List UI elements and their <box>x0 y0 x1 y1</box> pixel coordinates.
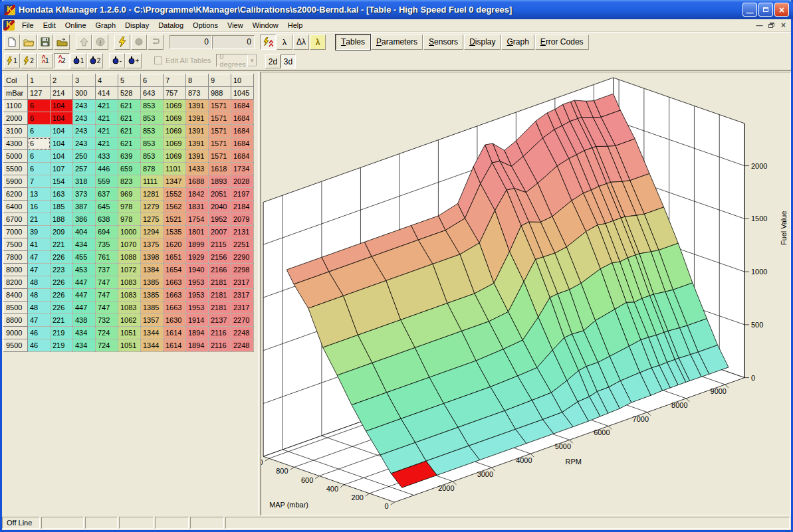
degrees-dropdown[interactable]: 0 degrees ▼ <box>216 54 257 67</box>
fuel-cell[interactable]: 659 <box>118 163 141 175</box>
fuel-cell[interactable]: 1344 <box>141 327 164 339</box>
upload-button[interactable] <box>76 35 92 50</box>
fuel-cell[interactable]: 1385 <box>141 302 164 314</box>
fuel-table-2-button[interactable]: 2 <box>21 53 37 68</box>
fuel-cell[interactable]: 2181 <box>209 289 231 302</box>
fuel-cell[interactable]: 1688 <box>186 175 209 188</box>
fuel-cell[interactable]: 421 <box>96 100 118 112</box>
view-parameters-button[interactable]: Parameters <box>371 35 423 50</box>
column-header[interactable]: 9 <box>209 74 231 87</box>
fuel-cell[interactable]: 747 <box>96 289 118 302</box>
cam-table-2-button[interactable]: ^^2 <box>54 53 70 68</box>
fuel-cell[interactable]: 1083 <box>118 289 141 302</box>
rpm-row-header[interactable]: 9000 <box>4 327 28 339</box>
fuel-cell[interactable]: 2197 <box>231 188 254 201</box>
fuel-cell[interactable]: 1571 <box>209 125 231 137</box>
fuel-table-1-button[interactable]: 1 <box>4 53 20 68</box>
fuel-cell[interactable]: 1069 <box>164 137 186 150</box>
fuel-cell[interactable]: 637 <box>96 188 118 201</box>
fuel-cell[interactable]: 39 <box>28 226 51 238</box>
ignition-table-2-button[interactable]: 2 <box>87 53 103 68</box>
fuel-cell[interactable]: 2115 <box>209 238 231 251</box>
fuel-cell[interactable]: 559 <box>96 175 118 188</box>
fuel-cell[interactable]: 404 <box>73 226 96 238</box>
fuel-cell[interactable]: 2248 <box>231 339 254 352</box>
view-tables-button[interactable]: Tables <box>336 35 370 50</box>
fuel-cell[interactable]: 447 <box>73 289 96 302</box>
fuel-cell[interactable]: 732 <box>96 314 118 327</box>
fuel-cell[interactable]: 446 <box>96 163 118 175</box>
fuel-cell[interactable]: 163 <box>51 188 73 201</box>
menu-options[interactable]: Options <box>188 20 223 31</box>
fuel-cell[interactable]: 46 <box>28 339 51 352</box>
fuel-cell[interactable]: 1929 <box>186 251 209 264</box>
rpm-row-header[interactable]: 5900 <box>4 175 28 188</box>
fuel-cell[interactable]: 1391 <box>186 137 209 150</box>
fuel-cell[interactable]: 226 <box>51 276 73 289</box>
cam-table-1-button[interactable]: ^^1 <box>37 53 53 68</box>
map-header[interactable]: 1045 <box>231 87 254 100</box>
fuel-cell[interactable]: 243 <box>73 137 96 150</box>
fuel-cell[interactable]: 1083 <box>118 276 141 289</box>
fuel-cell[interactable]: 1051 <box>118 339 141 352</box>
fuel-cell[interactable]: 1083 <box>118 302 141 314</box>
column-header[interactable]: 7 <box>164 74 186 87</box>
fuel-cell[interactable]: 2317 <box>231 302 254 314</box>
fuel-cell[interactable]: 737 <box>96 264 118 276</box>
fuel-cell[interactable]: 639 <box>118 150 141 163</box>
fuel-cell[interactable]: 104 <box>51 150 73 163</box>
fuel-cell[interactable]: 1571 <box>209 112 231 125</box>
fuel-cell[interactable]: 1391 <box>186 100 209 112</box>
child-window-icon[interactable]: K <box>3 20 15 31</box>
column-header[interactable]: 4 <box>96 74 118 87</box>
column-header[interactable]: 2 <box>51 74 73 87</box>
fuel-cell[interactable]: 1072 <box>118 264 141 276</box>
rpm-row-header[interactable]: 8400 <box>4 289 28 302</box>
fuel-cell[interactable]: 6 <box>28 163 51 175</box>
lambda-button[interactable]: λ <box>277 35 292 50</box>
fuel-cell[interactable]: 2116 <box>209 327 231 339</box>
fuel-cell[interactable]: 2007 <box>209 226 231 238</box>
maximize-button[interactable] <box>758 3 773 17</box>
ignition-table-1-button[interactable]: 1 <box>70 53 86 68</box>
map-header[interactable]: 300 <box>73 87 96 100</box>
fuel-cell[interactable]: 48 <box>28 289 51 302</box>
fuel-cell[interactable]: 447 <box>73 276 96 289</box>
advance-button[interactable]: + <box>126 53 142 68</box>
fuel-cell[interactable]: 6 <box>28 100 51 112</box>
fuel-cell[interactable]: 747 <box>96 276 118 289</box>
map-header[interactable]: 757 <box>164 87 186 100</box>
fuel-cell[interactable]: 1952 <box>209 213 231 226</box>
fuel-cell[interactable]: 221 <box>51 314 73 327</box>
rpm-row-header[interactable]: 6400 <box>4 201 28 213</box>
fuel-cell[interactable]: 621 <box>118 112 141 125</box>
rpm-row-header[interactable]: 8500 <box>4 302 28 314</box>
fuel-cell[interactable]: 1663 <box>164 276 186 289</box>
fuel-cell[interactable]: 47 <box>28 264 51 276</box>
minimize-button[interactable]: — <box>742 3 757 17</box>
fuel-cell[interactable]: 1630 <box>164 314 186 327</box>
lambda-overlay-button[interactable] <box>260 35 276 50</box>
fuel-cell[interactable]: 47 <box>28 314 51 327</box>
fuel-cell[interactable]: 209 <box>51 226 73 238</box>
fuel-cell[interactable]: 645 <box>96 201 118 213</box>
column-header[interactable]: 5 <box>118 74 141 87</box>
fuel-surface-3d-plot[interactable]: 0500100015002000020040060080010002000300… <box>261 72 790 515</box>
fuel-cell[interactable]: 219 <box>51 327 73 339</box>
fuel-cell[interactable]: 1663 <box>164 289 186 302</box>
fuel-cell[interactable]: 1894 <box>186 327 209 339</box>
column-header[interactable]: 10 <box>231 74 254 87</box>
fuel-cell[interactable]: 1535 <box>164 226 186 238</box>
value-field-2[interactable]: 0 <box>212 35 255 49</box>
rpm-row-header[interactable]: 4300 <box>4 137 28 150</box>
fuel-cell[interactable]: 7 <box>28 175 51 188</box>
fuel-cell[interactable]: 1275 <box>141 213 164 226</box>
fuel-cell[interactable]: 107 <box>51 163 73 175</box>
fuel-cell[interactable]: 1062 <box>118 314 141 327</box>
fuel-cell[interactable]: 1101 <box>164 163 186 175</box>
column-header[interactable]: 6 <box>141 74 164 87</box>
fuel-cell[interactable]: 48 <box>28 276 51 289</box>
fuel-cell[interactable]: 1398 <box>141 251 164 264</box>
rpm-row-header[interactable]: 7000 <box>4 226 28 238</box>
fuel-cell[interactable]: 188 <box>51 213 73 226</box>
